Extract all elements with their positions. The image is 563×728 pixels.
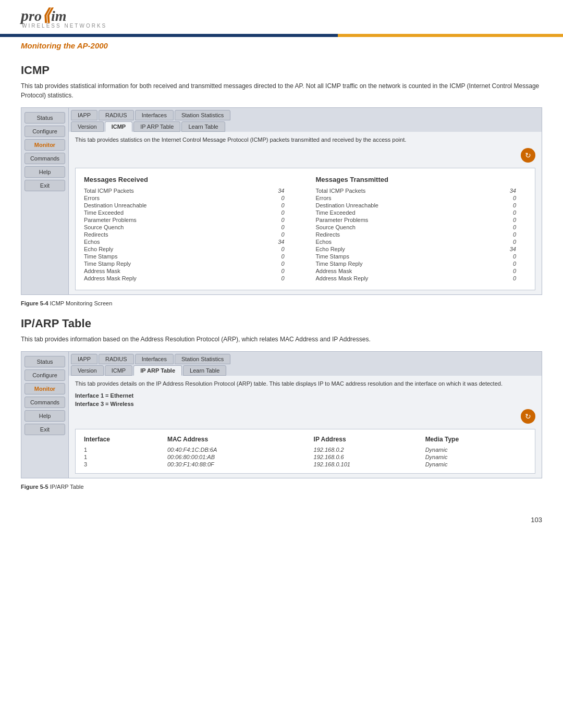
page-header: p r o ⟪ im WIRELESS NETWORKS Monitoring … xyxy=(0,0,563,53)
logo-arrow-icon: ⟪ xyxy=(42,5,51,25)
tab-icmp[interactable]: ICMP xyxy=(105,121,133,132)
page-title: Monitoring the AP-2000 xyxy=(21,41,108,50)
icmp-tab-content: This tab provides statistics on the Inte… xyxy=(69,132,542,294)
list-item: Total ICMP Packets34 xyxy=(316,188,527,194)
list-item: Time Stamp Reply0 xyxy=(316,261,527,267)
logo-text: r xyxy=(29,8,34,24)
table-row: 3 00:30:F1:40:88:0F 192.168.0.101 Dynami… xyxy=(83,461,528,468)
sidebar-btn-exit-2[interactable]: Exit xyxy=(25,424,65,435)
arp-col-interface: Interface xyxy=(83,435,166,446)
tab-learn-table[interactable]: Learn Table xyxy=(181,121,225,132)
arp-panel: Status Configure Monitor Commands Help E… xyxy=(21,351,542,478)
icmp-figure-caption: Figure 5-4 ICMP Monitoring Screen xyxy=(21,300,542,306)
list-item: Address Mask Reply0 xyxy=(316,275,527,281)
page-title-bar: Monitoring the AP-2000 xyxy=(0,37,563,53)
logo-text: o xyxy=(34,8,42,24)
table-row: 1 00:40:F4:1C:DB:6A 192.168.0.2 Dynamic xyxy=(83,446,528,453)
logo-text: im xyxy=(51,8,67,24)
sidebar-btn-commands[interactable]: Commands xyxy=(25,153,65,164)
sidebar-btn-help[interactable]: Help xyxy=(25,166,65,178)
arp-row-ip: 192.168.0.2 xyxy=(313,446,424,453)
list-item: Echo Reply0 xyxy=(84,246,295,252)
list-item: Redirects0 xyxy=(84,231,295,238)
arp-row-mac: 00:40:F4:1C:DB:6A xyxy=(166,446,313,453)
list-item: Address Mask Reply0 xyxy=(84,275,295,281)
icmp-columns: Messages Received Total ICMP Packets34 E… xyxy=(84,176,527,282)
sidebar-btn-help-2[interactable]: Help xyxy=(25,410,65,422)
list-item: Echos0 xyxy=(316,239,527,245)
arp-row-media: Dynamic xyxy=(424,461,528,468)
arp-col-media: Media Type xyxy=(424,435,528,446)
icmp-transmitted-col: Messages Transmitted Total ICMP Packets3… xyxy=(316,176,527,282)
arp-row-interface: 1 xyxy=(83,453,166,461)
tab-radius[interactable]: RADIUS xyxy=(99,110,134,120)
sidebar-btn-status-2[interactable]: Status xyxy=(25,356,65,367)
list-item: Errors0 xyxy=(316,195,527,201)
list-item: Time Stamp Reply0 xyxy=(84,261,295,267)
tab-learn-table-2[interactable]: Learn Table xyxy=(183,365,226,376)
arp-interface-legend-1: Interface 1 = Ethernet xyxy=(75,392,535,399)
tab-interfaces[interactable]: Interfaces xyxy=(135,110,174,120)
table-row: 1 00:06:80:00:01:AB 192.168.0.6 Dynamic xyxy=(83,453,528,461)
list-item: Time Exceeded0 xyxy=(84,209,295,216)
icmp-received-title: Messages Received xyxy=(84,176,295,183)
logo-text: p xyxy=(21,7,29,24)
list-item: Parameter Problems0 xyxy=(84,217,295,223)
arp-row-mac: 00:06:80:00:01:AB xyxy=(166,453,313,461)
arp-row-interface: 3 xyxy=(83,461,166,468)
tab-station-statistics-2[interactable]: Station Statistics xyxy=(175,354,230,364)
sidebar-btn-exit[interactable]: Exit xyxy=(25,180,65,191)
tab-icmp-2[interactable]: ICMP xyxy=(105,365,133,376)
sidebar-btn-status[interactable]: Status xyxy=(25,112,65,124)
arp-sidebar: Status Configure Monitor Commands Help E… xyxy=(21,352,68,477)
arp-row-ip: 192.168.0.101 xyxy=(313,461,424,468)
tab-station-statistics[interactable]: Station Statistics xyxy=(175,110,230,120)
list-item: Destination Unreachable0 xyxy=(316,202,527,208)
arp-section-title: IP/ARP Table xyxy=(21,317,542,330)
tab-version[interactable]: Version xyxy=(71,121,104,132)
refresh-icon-2[interactable]: ↻ xyxy=(521,409,535,424)
sidebar-btn-monitor[interactable]: Monitor xyxy=(25,139,65,151)
list-item: Echo Reply34 xyxy=(316,246,527,252)
list-item: Destination Unreachable0 xyxy=(84,202,295,208)
list-item: Redirects0 xyxy=(316,231,527,238)
list-item: Time Stamps0 xyxy=(84,253,295,260)
icmp-section-desc: This tab provides statistical informatio… xyxy=(21,81,542,100)
arp-row-interface: 1 xyxy=(83,446,166,453)
refresh-icon[interactable]: ↻ xyxy=(521,148,535,163)
logo-container: p r o ⟪ im WIRELESS NETWORKS xyxy=(21,5,107,29)
arp-figure-caption: Figure 5-5 IP/ARP Table xyxy=(21,484,542,490)
list-item: Source Quench0 xyxy=(84,224,295,230)
tab-interfaces-2[interactable]: Interfaces xyxy=(135,354,174,364)
list-item: Time Stamps0 xyxy=(316,253,527,260)
list-item: Errors0 xyxy=(84,195,295,201)
arp-row-mac: 00:30:F1:40:88:0F xyxy=(166,461,313,468)
arp-table-box: Interface MAC Address IP Address Media T… xyxy=(75,429,535,474)
icmp-sidebar: Status Configure Monitor Commands Help E… xyxy=(21,108,68,294)
tab-ip-arp-table-2[interactable]: IP ARP Table xyxy=(133,365,182,376)
arp-col-ip: IP Address xyxy=(313,435,424,446)
arp-tab-desc: This tab provides details on the IP Addr… xyxy=(75,380,535,388)
sidebar-btn-monitor-2[interactable]: Monitor xyxy=(25,383,65,394)
arp-interface-legend-3: Interface 3 = Wireless xyxy=(75,401,535,407)
sidebar-btn-commands-2[interactable]: Commands xyxy=(25,397,65,408)
sidebar-btn-configure-2[interactable]: Configure xyxy=(25,369,65,381)
arp-table: Interface MAC Address IP Address Media T… xyxy=(83,435,528,468)
tab-iapp-2[interactable]: IAPP xyxy=(71,354,97,364)
icmp-received-col: Messages Received Total ICMP Packets34 E… xyxy=(84,176,295,282)
icmp-section-title: ICMP xyxy=(21,64,542,77)
tab-ip-arp-table[interactable]: IP ARP Table xyxy=(133,121,180,132)
tab-radius-2[interactable]: RADIUS xyxy=(99,354,134,364)
arp-row-media: Dynamic xyxy=(424,446,528,453)
list-item: Address Mask0 xyxy=(316,268,527,274)
tab-iapp[interactable]: IAPP xyxy=(71,110,97,120)
tab-version-2[interactable]: Version xyxy=(71,365,104,376)
arp-section-desc: This tab provides information based on t… xyxy=(21,335,542,344)
icmp-panel-content: IAPP RADIUS Interfaces Station Statistic… xyxy=(68,108,542,294)
arp-tab-content: This tab provides details on the IP Addr… xyxy=(69,376,542,477)
logo-bar: p r o ⟪ im WIRELESS NETWORKS xyxy=(0,0,563,31)
arp-panel-content: IAPP RADIUS Interfaces Station Statistic… xyxy=(68,352,542,477)
sidebar-btn-configure[interactable]: Configure xyxy=(25,126,65,137)
logo: p r o ⟪ im xyxy=(21,5,66,25)
arp-row-media: Dynamic xyxy=(424,453,528,461)
